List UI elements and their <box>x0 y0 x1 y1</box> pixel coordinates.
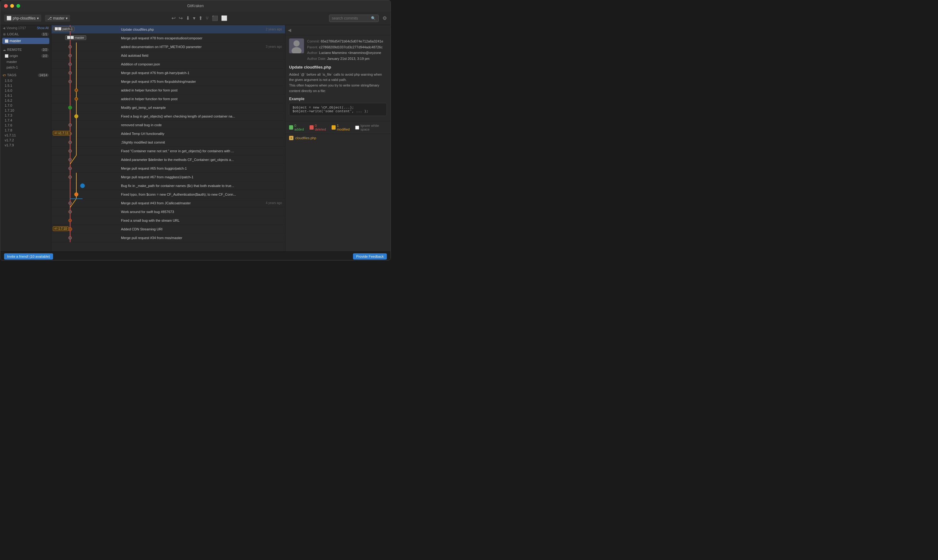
search-icon: 🔍 <box>371 16 376 20</box>
commit-row[interactable]: Added parameter $delimiter to the method… <box>51 155 285 164</box>
commit-row[interactable]: Merge pull request #34 from mss/master <box>51 234 285 242</box>
commit-message: Modify get_temp_url example <box>121 106 284 109</box>
feedback-button[interactable]: Provide Feedback <box>353 253 387 260</box>
commit-message: ;Slightly modified last commit <box>121 140 284 144</box>
stat-added: + 0 added <box>289 124 306 131</box>
graph-cell <box>51 208 120 216</box>
commit-row[interactable]: Merge pull request #43 from JCallicoat/m… <box>51 199 285 208</box>
commit-message: Bug fix in _make_path for container name… <box>121 184 284 188</box>
deleted-icon: − <box>310 125 314 129</box>
repo-dropdown-icon: ▾ <box>37 16 39 20</box>
commit-row[interactable]: Fixed typo, from $conn = new CF_Authenti… <box>51 190 285 199</box>
commit-message: added documentation on HTTP_METHOD param… <box>121 45 266 49</box>
sidebar-tag-1.5.0[interactable]: 1.5.0 <box>0 78 51 83</box>
graph-cell <box>51 51 120 60</box>
sidebar-tag-1.6.0[interactable]: 1.6.0 <box>0 88 51 93</box>
sidebar-tag-1.6.1[interactable]: 1.6.1 <box>0 93 51 98</box>
origin-section-header[interactable]: ⬜ origin 2/2 <box>0 53 51 59</box>
sidebar-remote-master[interactable]: master <box>0 59 51 65</box>
tags-count: 14/14 <box>38 74 49 77</box>
remote-section-header[interactable]: ☁ REMOTE 2/2 <box>0 46 51 53</box>
branch-icon2[interactable]: ⑂ <box>206 15 209 21</box>
commit-message: Fixed a small bug with the stream URL <box>121 218 284 222</box>
commit-row[interactable]: Fixed "Container name not set." error in… <box>51 147 285 155</box>
pop-icon[interactable]: ⬜ <box>221 15 227 21</box>
show-all-button[interactable]: Show All <box>37 26 49 30</box>
commit-row[interactable]: added documentation on HTTP_METHOD param… <box>51 43 285 51</box>
sidebar-tag-1.7.4[interactable]: 1.7.4 <box>0 118 51 123</box>
push-icon[interactable]: ⬆ <box>199 15 203 21</box>
commit-row[interactable]: ;Slightly modified last commit <box>51 138 285 147</box>
panel-toggle[interactable]: ◀ <box>285 25 391 35</box>
commit-message: Merge pull request #34 from mss/master <box>121 236 284 240</box>
commit-row[interactable]: added in helper function for form post <box>51 95 285 103</box>
commit-row[interactable]: Addition of composer.json <box>51 60 285 69</box>
commit-area: ⬜⬜ patch-1Update cloudfiles.php2 years a… <box>51 25 285 251</box>
invite-button[interactable]: Invite a friend! (10 available) <box>4 253 53 260</box>
sidebar-tag-v1.7.11[interactable]: v1.7.11 <box>0 133 51 138</box>
sidebar-remote-patch1[interactable]: patch-1 <box>0 65 51 70</box>
commit-row[interactable]: Merge pull request #67 from magglass1/pa… <box>51 173 285 182</box>
ignore-whitespace-checkbox[interactable] <box>355 126 359 129</box>
search-input[interactable] <box>332 16 369 20</box>
commit-row[interactable]: Work around for swift bug #857673 <box>51 208 285 216</box>
sidebar-tag-1.7.8[interactable]: 1.7.8 <box>0 128 51 133</box>
remote-label: REMOTE <box>7 48 22 51</box>
sidebar: ◀ Viewing 17/17 Show All 🖥 LOCAL 1/1 ⬜ m… <box>0 25 51 251</box>
sidebar-tag-v1.7.2[interactable]: v1.7.2 <box>0 138 51 143</box>
branch-selector[interactable]: ⎇ master ▾ <box>45 15 70 22</box>
commit-row[interactable]: 🏷 v1.7.11Added Temp Url functionality <box>51 129 285 138</box>
viewing-info: ◀ Viewing 17/17 Show All <box>0 25 51 31</box>
sidebar-branch-master-local[interactable]: ⬜ master <box>2 38 49 44</box>
stash-icon[interactable]: ⬛ <box>212 15 218 21</box>
undo-icon[interactable]: ↩ <box>171 15 176 21</box>
commit-meta: Commit: 65e2786d5471b64c5d074e712a6a3241… <box>307 38 383 62</box>
example-label: Example <box>289 97 387 101</box>
sidebar-tag-1.7.10[interactable]: 1.7.10 <box>0 108 51 113</box>
pull-icon[interactable]: ⬇ <box>186 15 190 21</box>
commit-row[interactable]: 🏷 1.7.10Added CDN Streaming URI <box>51 225 285 234</box>
graph-cell <box>51 190 120 199</box>
redo-icon[interactable]: ↪ <box>179 15 183 21</box>
sidebar-tag-v1.7.9[interactable]: v1.7.9 <box>0 143 51 148</box>
commit-row[interactable]: Add autoload field <box>51 51 285 60</box>
sidebar-tag-1.5.1[interactable]: 1.5.1 <box>0 83 51 88</box>
sidebar-tag-1.7.0[interactable]: 1.7.0 <box>0 103 51 108</box>
close-button[interactable] <box>4 4 8 8</box>
repo-name: php-cloudfiles <box>13 16 36 20</box>
sidebar-tag-1.6.2[interactable]: 1.6.2 <box>0 98 51 103</box>
sidebar-tag-1.7.6[interactable]: 1.7.6 <box>0 123 51 128</box>
tags-section-header[interactable]: 🏷 TAGS 14/14 <box>0 72 51 78</box>
commit-message: Addition of composer.json <box>121 62 284 66</box>
local-section-header[interactable]: 🖥 LOCAL 1/1 <box>0 31 51 37</box>
pull-dropdown-icon[interactable]: ▾ <box>193 15 196 21</box>
commits-list: ⬜⬜ patch-1Update cloudfiles.php2 years a… <box>51 25 285 242</box>
changed-file-item[interactable]: ≡ cloudfiles.php <box>285 134 391 142</box>
commit-row[interactable]: ⬜⬜ masterMerge pull request #78 from esc… <box>51 34 285 43</box>
commit-row[interactable]: Modify get_temp_url example <box>51 103 285 112</box>
collapse-icon[interactable]: ◀ <box>3 26 5 30</box>
commit-row[interactable]: ⬜⬜ patch-1Update cloudfiles.php2 years a… <box>51 25 285 34</box>
commit-message-title: Update cloudfiles.php <box>289 65 387 69</box>
commit-row[interactable]: Bug fix in _make_path for container name… <box>51 182 285 190</box>
search-bar[interactable]: 🔍 <box>329 15 379 22</box>
commit-message: Merge pull request #65 from liuggio/patc… <box>121 166 284 170</box>
origin-count: 2/2 <box>41 54 49 58</box>
commit-row[interactable]: Merge pull request #75 from fbcpublishin… <box>51 77 285 86</box>
commit-row[interactable]: Merge pull request #65 from liuggio/patc… <box>51 164 285 173</box>
settings-icon[interactable]: ⚙ <box>382 15 387 21</box>
maximize-button[interactable] <box>17 4 20 8</box>
graph-cell <box>51 147 120 155</box>
commit-row[interactable]: Fixed a small bug with the stream URL <box>51 216 285 225</box>
sidebar-tag-1.7.3[interactable]: 1.7.3 <box>0 113 51 118</box>
author-avatar <box>289 38 304 53</box>
commit-row[interactable]: added in helper function for form post <box>51 86 285 95</box>
commit-row[interactable]: Merge pull request #76 from git-harry/pa… <box>51 69 285 77</box>
repo-selector[interactable]: ⬜ php-cloudfiles ▾ <box>4 15 41 22</box>
minimize-button[interactable] <box>10 4 14 8</box>
commit-row[interactable]: Fixed a bug in get_objects() when checki… <box>51 112 285 121</box>
graph-cell <box>51 216 120 225</box>
ignore-whitespace-label: Ignore white space <box>360 124 387 131</box>
branch-icon-local: ⬜ <box>5 39 8 43</box>
commit-row[interactable]: removed small bug in code <box>51 121 285 129</box>
